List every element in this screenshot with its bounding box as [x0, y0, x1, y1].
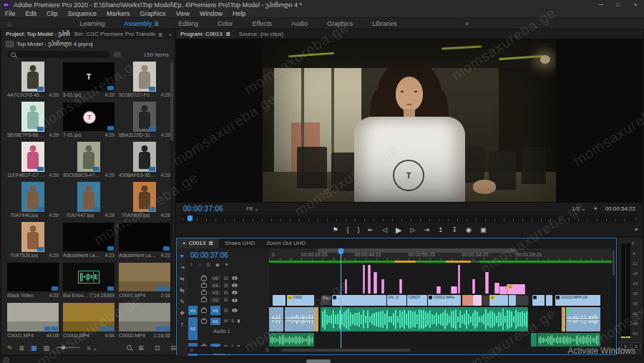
- project-item[interactable]: 80C6B8C9-4770-4C...4:29: [62, 141, 116, 180]
- audio-clip[interactable]: [269, 307, 283, 331]
- mark-out-icon[interactable]: }: [358, 226, 360, 233]
- graphic-clip[interactable]: [368, 265, 371, 294]
- track-select-tool-icon[interactable]: ⇥: [180, 264, 185, 271]
- panel-menu-icon[interactable]: ≣: [208, 238, 213, 248]
- tab-project[interactable]: Project: Top Model - ეპიზოდი 4: [1, 29, 70, 39]
- writable-pen-icon[interactable]: ✎: [7, 344, 13, 352]
- toggle-output-eye-icon[interactable]: [232, 276, 238, 280]
- lock-icon[interactable]: [201, 298, 207, 302]
- lock-icon[interactable]: [201, 276, 207, 281]
- project-item[interactable]: C0001.MP444:05: [6, 301, 60, 340]
- workspace-tab-editing[interactable]: Editing: [179, 20, 199, 27]
- audio-clip[interactable]: [321, 307, 528, 331]
- track-header-v2[interactable]: V2⊟: [187, 296, 269, 304]
- graphic-clip[interactable]: [472, 279, 475, 294]
- workspace-tab-assembly[interactable]: Assembly ≣: [125, 20, 160, 27]
- project-item[interactable]: Adjustment Layer4:23: [117, 221, 170, 260]
- project-item[interactable]: _70A7447.jpg4:29: [62, 181, 116, 220]
- graphic-clip[interactable]: [485, 272, 489, 294]
- timeline-settings-icon[interactable]: ⊟: [206, 262, 210, 268]
- wrench-icon[interactable]: ✦: [225, 262, 229, 268]
- project-item[interactable]: 11EF4B1F-C798-4A...4:29: [6, 141, 60, 180]
- track-header-v4[interactable]: V4⊟: [187, 282, 269, 289]
- sequence-tab-shake-uhd[interactable]: Shake UHD: [219, 238, 260, 248]
- zoom-slider[interactable]: [56, 347, 80, 348]
- project-item[interactable]: 8BA3120D-31C1-4C...4:29: [117, 101, 170, 140]
- lock-icon[interactable]: [201, 284, 207, 288]
- solo-button[interactable]: S: [231, 319, 234, 323]
- menu-graphics[interactable]: Graphics: [135, 10, 171, 17]
- project-item[interactable]: 430BAFE9-9522-43...4:29: [117, 141, 170, 180]
- project-item[interactable]: C0001.MP42:16: [117, 261, 170, 300]
- menu-markers[interactable]: Markers: [102, 10, 135, 17]
- maximize-button[interactable]: □: [610, 0, 627, 9]
- new-bin-icon[interactable]: ⊞: [138, 344, 144, 352]
- track-target-v4[interactable]: V4: [210, 283, 220, 288]
- sync-lock-icon[interactable]: ⊟: [224, 283, 228, 289]
- project-scrollbar[interactable]: [170, 62, 173, 342]
- hand-tool-icon[interactable]: ❖: [180, 310, 185, 316]
- workspace-overflow-icon[interactable]: »: [465, 20, 469, 27]
- video-clip[interactable]: [509, 295, 516, 306]
- project-item[interactable]: Adjustment Layer4:23: [62, 221, 116, 260]
- video-clip[interactable]: fx: [489, 295, 508, 306]
- toggle-output-eye-icon[interactable]: [232, 299, 238, 302]
- audio-clip[interactable]: [269, 333, 314, 347]
- audio-clip[interactable]: [566, 307, 600, 331]
- workspace-tab-color[interactable]: Color: [218, 20, 233, 27]
- link-selection-icon[interactable]: ⌇: [190, 262, 192, 268]
- timeline-horizontal-scrollbar[interactable]: [281, 349, 410, 352]
- panel-overflow-icon[interactable]: »: [166, 32, 175, 38]
- transition-clip[interactable]: [516, 295, 529, 306]
- workspace-tab-audio[interactable]: Audio: [291, 20, 308, 27]
- type-tool-icon[interactable]: T: [180, 321, 184, 328]
- sync-lock-icon[interactable]: ⊟: [224, 297, 228, 303]
- project-item[interactable]: _70A7499.jpg4:29: [117, 181, 170, 220]
- video-clip[interactable]: [273, 295, 286, 306]
- go-to-out-icon[interactable]: ⇥: [424, 226, 429, 233]
- close-button[interactable]: ×: [627, 0, 644, 9]
- tab-program-monitor[interactable]: Program: C0013 ≣: [176, 29, 235, 39]
- project-item[interactable]: 4A7C3CF8-4570-4E...4:29: [6, 61, 60, 100]
- playback-resolution-dropdown[interactable]: 1/2 ⌄: [572, 205, 586, 212]
- project-item[interactable]: _70A7528.jpg4:29: [6, 221, 60, 260]
- menu-view[interactable]: View: [171, 10, 195, 17]
- sequence-tab-c0013[interactable]: ×C0013≣: [177, 238, 219, 248]
- workspace-tab-graphics[interactable]: Graphics: [327, 20, 353, 27]
- voiceover-mic-icon[interactable]: [238, 319, 240, 323]
- zoom-level-dropdown[interactable]: Fit ⌄: [246, 205, 259, 212]
- ripple-edit-tool-icon[interactable]: ⇆: [180, 276, 185, 282]
- workspace-tab-libraries[interactable]: Libraries: [372, 20, 397, 27]
- search-input[interactable]: [7, 51, 109, 58]
- mute-button[interactable]: M: [224, 319, 228, 323]
- scrubber-left-handle[interactable]: ○: [181, 216, 184, 221]
- timeline-settings-gear-icon[interactable]: ⊙: [190, 347, 194, 353]
- program-current-timecode[interactable]: 00:00:37:06: [183, 205, 223, 213]
- project-item[interactable]: _70A7446.jpg4:29: [6, 181, 60, 220]
- menu-edit[interactable]: Edit: [21, 10, 42, 17]
- track-header-a1[interactable]: A1A1MSAudio 1: [187, 317, 269, 342]
- toggle-output-eye-icon[interactable]: [232, 309, 238, 312]
- mark-in-icon[interactable]: {: [347, 226, 349, 233]
- settings-wrench-icon[interactable]: ✦: [593, 205, 598, 212]
- toggle-output-eye-icon[interactable]: [232, 284, 238, 287]
- program-playhead[interactable]: [187, 216, 192, 221]
- graphic-clip[interactable]: [345, 279, 347, 294]
- graphic-clip[interactable]: [494, 283, 499, 294]
- project-item[interactable]: 5D180727-F0EC-40...4:29: [117, 61, 170, 100]
- pen-tool-icon[interactable]: ✎: [180, 299, 185, 305]
- track-target-v3[interactable]: V3: [210, 290, 220, 295]
- transition-clip[interactable]: [482, 295, 489, 306]
- close-icon[interactable]: ×: [182, 238, 186, 248]
- breadcrumb-label[interactable]: Top Model - ეპიზოდი 4.prproj: [16, 41, 93, 47]
- video-clip[interactable]: [546, 295, 552, 306]
- track-target-a1[interactable]: A1: [210, 318, 220, 325]
- step-back-icon[interactable]: ◁: [382, 226, 387, 233]
- video-clip[interactable]: [473, 295, 482, 306]
- play-icon[interactable]: ▶: [396, 226, 401, 235]
- extract-icon[interactable]: ↧: [452, 226, 458, 233]
- track-header-v3[interactable]: V3⊟: [187, 289, 269, 296]
- sync-lock-icon[interactable]: ⊟: [224, 276, 228, 281]
- project-item[interactable]: C0002.MP44:04: [62, 301, 116, 340]
- snap-icon[interactable]: ∩: [197, 262, 201, 268]
